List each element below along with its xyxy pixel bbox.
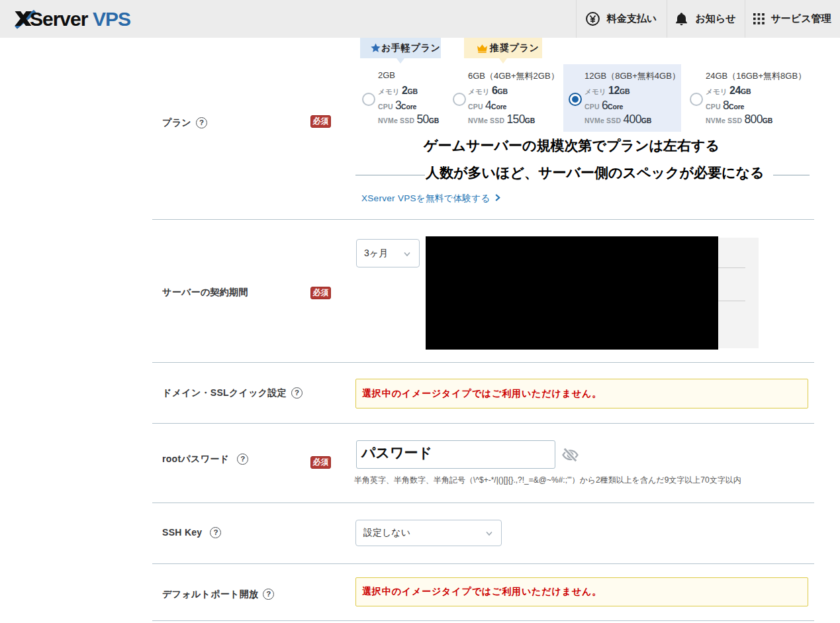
svg-text:VPS: VPS (93, 8, 130, 30)
svg-text:Server: Server (30, 8, 89, 30)
